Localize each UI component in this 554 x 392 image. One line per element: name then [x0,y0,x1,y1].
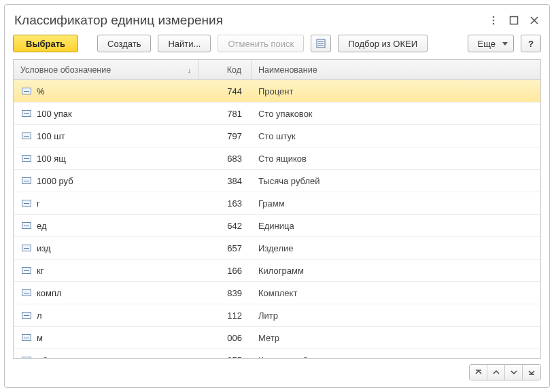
cell-code: 163 [198,192,252,214]
units-table: Условное обозначение ↓ Код Наименование … [13,59,541,359]
cell-code: 166 [198,260,252,281]
table-row[interactable]: кг166Килограмм [14,260,540,282]
scroll-up-button[interactable] [487,365,505,380]
scroll-down-button[interactable] [505,365,523,380]
scroll-top-icon [474,368,483,376]
table-row[interactable]: %744Процент [14,80,540,103]
sort-indicator-icon: ↓ [188,66,192,74]
header-symbol-label: Условное обозначение [20,65,111,75]
item-icon [22,200,31,207]
scroll-nav-group [469,364,541,380]
cell-code: 781 [198,103,252,124]
select-button[interactable]: Выбрать [13,35,78,52]
maximize-icon[interactable] [508,15,519,26]
table-row[interactable]: м006Метр [14,327,540,349]
table-row[interactable]: г163Грамм [14,192,540,215]
header-name[interactable]: Наименование [252,60,540,79]
header-name-label: Наименование [258,65,317,75]
cell-symbol: изд [14,237,198,259]
symbol-text: 1000 руб [37,176,73,186]
create-button[interactable]: Создать [97,35,151,52]
item-icon [22,312,31,319]
cell-code: 112 [198,304,252,326]
close-icon[interactable] [529,15,540,26]
cell-name: Грамм [252,192,540,214]
header-symbol[interactable]: Условное обозначение ↓ [14,60,198,79]
symbol-text: изд [37,243,51,253]
table-row[interactable]: 1000 руб384Тысяча рублей [14,170,540,192]
cell-symbol: ед [14,215,198,236]
footer [13,359,541,380]
symbol-text: 100 ящ [37,154,66,164]
item-icon [22,177,31,184]
item-icon [22,88,31,94]
cell-name: Процент [252,80,540,102]
item-icon [22,132,31,139]
cell-name: Килограмм [252,260,540,281]
cell-name: Тысяча рублей [252,170,540,192]
item-icon [22,289,31,296]
cell-name: Сто упаковок [252,103,540,124]
symbol-text: ед [37,221,47,231]
cell-code: 839 [198,282,252,304]
item-icon [22,334,31,341]
header-code-label: Код [227,65,241,75]
header-code[interactable]: Код [198,60,252,79]
cell-symbol: % [14,80,198,102]
table-row[interactable]: 100 упак781Сто упаковок [14,103,540,125]
list-mode-button[interactable] [311,35,331,52]
item-icon [22,357,31,358]
table-row[interactable]: ед642Единица [14,215,540,237]
cell-name: Метр [252,327,540,349]
svg-point-2 [493,23,495,25]
cell-name: Сто штук [252,125,540,147]
cancel-search-button: Отменить поиск [218,35,304,52]
cell-symbol: м2 [14,349,198,358]
table-row[interactable]: м2055Квадратный метр [14,349,540,358]
cell-symbol: 100 упак [14,103,198,124]
cell-symbol: м [14,327,198,349]
cell-code: 006 [198,327,252,349]
symbol-text: % [37,86,45,96]
item-icon [22,267,31,274]
scroll-bottom-button[interactable] [523,365,540,380]
help-button[interactable]: ? [521,35,541,52]
scroll-bottom-icon [527,368,536,376]
scroll-top-button[interactable] [470,365,487,380]
svg-point-1 [493,20,495,22]
pick-okei-button[interactable]: Подбор из ОКЕИ [338,35,428,52]
kebab-menu-icon[interactable] [488,15,499,26]
table-row[interactable]: л112Литр [14,304,540,327]
more-button[interactable]: Еще [468,35,514,52]
table-row[interactable]: 100 ящ683Сто ящиков [14,147,540,170]
cell-symbol: компл [14,282,198,304]
chevron-up-icon [492,368,500,376]
chevron-down-icon [510,368,518,376]
table-row[interactable]: изд657Изделие [14,237,540,260]
svg-point-0 [493,16,495,18]
symbol-text: кг [37,266,44,276]
cell-name: Квадратный метр [252,349,540,358]
cell-symbol: г [14,192,198,214]
table-body: %744Процент100 упак781Сто упаковок100 шт… [14,80,540,358]
symbol-text: 100 шт [37,131,65,141]
item-icon [22,110,31,117]
symbol-text: м [37,333,43,343]
symbol-text: 100 упак [37,109,72,119]
item-icon [22,155,31,162]
symbol-text: м2 [37,355,48,359]
cell-symbol: л [14,304,198,326]
table-row[interactable]: компл839Комплект [14,282,540,304]
cell-code: 384 [198,170,252,192]
find-button[interactable]: Найти... [158,35,211,52]
cell-symbol: 100 ящ [14,147,198,169]
table-row[interactable]: 100 шт797Сто штук [14,125,540,147]
table-header: Условное обозначение ↓ Код Наименование [14,60,540,80]
cell-symbol: 1000 руб [14,170,198,192]
cell-name: Сто ящиков [252,147,540,169]
cell-code: 642 [198,215,252,236]
cell-symbol: 100 шт [14,125,198,147]
window-title: Классификатор единиц измерения [14,13,223,28]
cell-name: Литр [252,304,540,326]
titlebar: Классификатор единиц измерения [13,10,541,35]
